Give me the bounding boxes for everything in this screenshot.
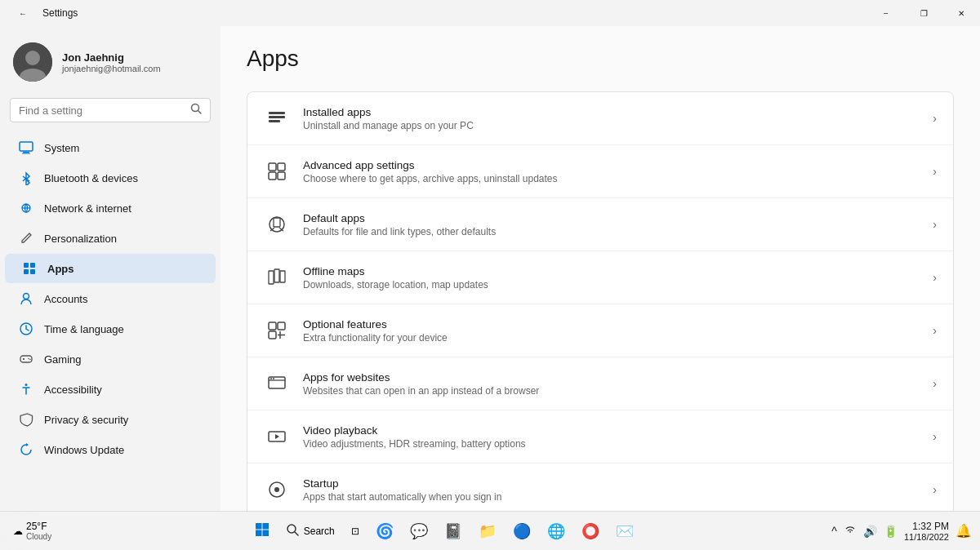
video-playback-icon [264, 424, 290, 450]
wifi-icon[interactable] [842, 521, 858, 540]
chevron-right-icon: › [933, 218, 937, 231]
battery-icon[interactable]: 🔋 [882, 523, 899, 539]
search-input[interactable] [19, 104, 184, 117]
svg-rect-13 [24, 269, 29, 274]
settings-item-text: Video playback Video adjustments, HDR st… [303, 424, 920, 450]
sidebar-item-gaming[interactable]: Gaming [5, 344, 216, 374]
sidebar-item-time[interactable]: Time & language [5, 314, 216, 344]
chrome-button[interactable]: 🌐 [541, 519, 572, 543]
sidebar-item-privacy[interactable]: Privacy & security [5, 405, 216, 434]
window-controls: − ❐ ✕ [867, 0, 980, 26]
start-button[interactable] [248, 519, 276, 543]
avatar [13, 42, 52, 82]
settings-item-apps-for-websites[interactable]: Apps for websites Websites that can open… [247, 357, 953, 410]
system-tray: ^ 🔊 🔋 [830, 521, 899, 540]
settings-item-text: Offline maps Downloads, storage location… [303, 265, 920, 291]
teams-button[interactable]: 💬 [403, 519, 434, 543]
weather-temp: 25°F [26, 521, 51, 532]
svg-rect-28 [269, 172, 276, 180]
taskbar-search-icon [286, 523, 299, 539]
sidebar-item-accessibility[interactable]: Accessibility [5, 375, 216, 404]
close-button[interactable]: ✕ [942, 0, 980, 26]
default-apps-icon [264, 211, 290, 237]
settings-item-startup[interactable]: Startup Apps that start automatically wh… [247, 464, 953, 511]
weather-widget[interactable]: ☁ 25°F Cloudy [7, 517, 58, 544]
sidebar-item-label: Gaming [44, 353, 82, 366]
svg-rect-27 [278, 163, 285, 171]
settings-item-title: Advanced app settings [303, 159, 920, 171]
svg-rect-37 [269, 331, 276, 339]
svg-rect-14 [30, 269, 35, 274]
minimize-button[interactable]: − [867, 0, 905, 26]
weather-condition: Cloudy [26, 532, 51, 541]
sidebar: Jon Jaehnig jonjaehnig@hotmail.com Syste… [0, 26, 220, 511]
fileexplorer-button[interactable]: 📁 [472, 519, 503, 543]
edge-button[interactable]: 🌀 [369, 519, 400, 543]
svg-rect-35 [269, 322, 276, 330]
mail-button[interactable]: ✉️ [609, 519, 640, 543]
sidebar-item-label: System [44, 142, 79, 154]
accounts-icon [18, 291, 34, 307]
opera-button[interactable]: ⭕ [575, 519, 606, 543]
sidebar-item-bluetooth[interactable]: Bluetooth & devices [5, 163, 216, 193]
offline-maps-icon [264, 264, 290, 291]
sidebar-item-label: Privacy & security [44, 414, 128, 426]
svg-rect-33 [274, 269, 279, 282]
maximize-button[interactable]: ❐ [905, 0, 942, 26]
page-title: Apps [247, 46, 954, 72]
settings-item-desc: Websites that can open in an app instead… [303, 385, 920, 397]
svg-rect-23 [269, 112, 285, 114]
settings-item-title: Optional features [303, 318, 920, 330]
svg-rect-25 [269, 120, 280, 122]
volume-icon[interactable]: 🔊 [862, 523, 879, 539]
settings-item-video-playback[interactable]: Video playback Video adjustments, HDR st… [247, 410, 953, 464]
network-icon [18, 200, 34, 216]
fileexplorer-icon: 📁 [479, 522, 497, 540]
svg-rect-11 [24, 263, 29, 268]
svg-point-20 [28, 358, 29, 360]
sidebar-item-network[interactable]: Network & internet [5, 193, 216, 223]
settings-item-text: Optional features Extra functionality fo… [303, 318, 920, 344]
main-content: Apps Installed apps Uninstall and manage… [220, 26, 980, 511]
settings-item-title: Video playback [303, 424, 920, 437]
chrome-icon: 🌐 [547, 522, 565, 540]
opera-icon: ⭕ [581, 522, 599, 540]
chevron-right-icon: › [933, 165, 937, 178]
sidebar-item-personalization[interactable]: Personalization [5, 224, 216, 253]
search-icon [190, 103, 202, 118]
settings-item-offline-maps[interactable]: Offline maps Downloads, storage location… [247, 251, 953, 304]
taskview-button[interactable]: ⊡ [345, 522, 366, 540]
chevron-right-icon: › [933, 324, 937, 337]
back-button[interactable]: ← [10, 0, 36, 26]
sidebar-item-accounts[interactable]: Accounts [5, 284, 216, 313]
settings-item-optional-features[interactable]: Optional features Extra functionality fo… [247, 304, 953, 357]
sidebar-item-apps[interactable]: Apps [5, 254, 216, 283]
svg-point-22 [25, 384, 28, 386]
svg-rect-49 [256, 530, 262, 537]
sidebar-item-update[interactable]: Windows Update [5, 435, 216, 464]
search-box[interactable] [10, 98, 211, 122]
svg-rect-5 [20, 142, 33, 151]
notification-icon[interactable]: 🔔 [954, 521, 973, 540]
edge2-icon: 🔵 [513, 522, 531, 540]
time-display[interactable]: 1:32 PM 11/18/2022 [904, 521, 949, 542]
svg-rect-7 [22, 153, 30, 154]
chevron-right-icon: › [933, 377, 937, 390]
accessibility-icon [18, 381, 34, 397]
search-button[interactable]: Search [279, 520, 341, 542]
settings-item-title: Default apps [303, 212, 920, 224]
user-profile[interactable]: Jon Jaehnig jonjaehnig@hotmail.com [0, 33, 220, 95]
settings-item-default-apps[interactable]: Default apps Defaults for file and link … [247, 198, 953, 251]
settings-item-advanced-app-settings[interactable]: Advanced app settings Choose where to ge… [247, 145, 953, 198]
advanced-app-settings-icon [264, 158, 290, 184]
privacy-icon [18, 411, 34, 428]
onenote-button[interactable]: 📓 [438, 519, 469, 543]
edge2-button[interactable]: 🔵 [506, 519, 537, 543]
user-name: Jon Jaehnig [62, 51, 161, 64]
svg-rect-50 [262, 530, 269, 537]
personalization-icon [18, 230, 34, 246]
sidebar-item-system[interactable]: System [5, 133, 216, 162]
settings-item-installed-apps[interactable]: Installed apps Uninstall and manage apps… [247, 92, 953, 145]
settings-item-desc: Defaults for file and link types, other … [303, 226, 920, 237]
tray-chevron-icon[interactable]: ^ [830, 523, 839, 539]
